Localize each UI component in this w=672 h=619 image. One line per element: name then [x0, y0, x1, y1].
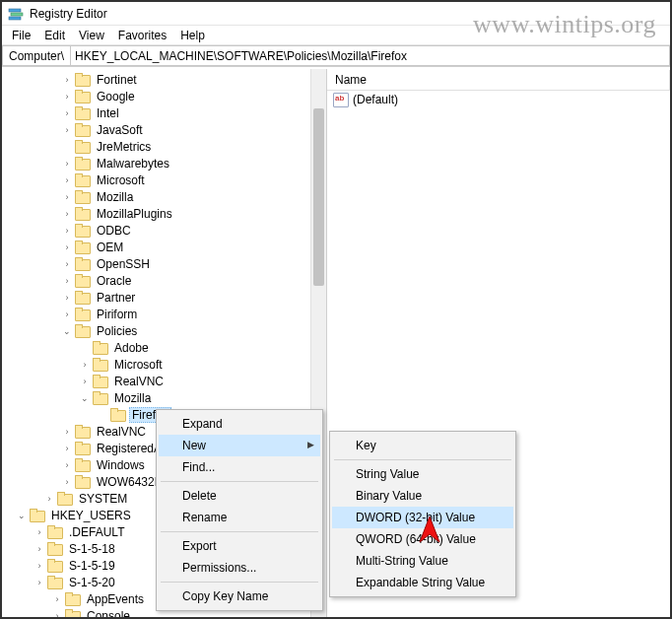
tree-node[interactable]: ›Partner — [2, 289, 310, 306]
chevron-right-icon[interactable]: › — [61, 92, 73, 102]
chevron-right-icon[interactable]: › — [34, 527, 45, 537]
ctx-delete[interactable]: Delete — [159, 485, 320, 507]
ctx-new-multistring[interactable]: Multi-String Value — [332, 550, 513, 572]
tree-node[interactable]: JreMetrics — [2, 138, 310, 155]
ctx-find[interactable]: Find... — [159, 456, 320, 478]
context-submenu-new: Key String Value Binary Value DWORD (32-… — [329, 431, 516, 597]
chevron-right-icon[interactable]: › — [61, 75, 73, 85]
tree-node[interactable]: ›MozillaPlugins — [2, 205, 310, 222]
folder-icon — [93, 341, 108, 354]
ctx-new-string[interactable]: String Value — [332, 463, 513, 485]
ctx-new-binary[interactable]: Binary Value — [332, 485, 513, 507]
tree-node[interactable]: ›Malwarebytes — [2, 155, 310, 172]
folder-icon — [47, 542, 63, 555]
tree-node[interactable]: ›OpenSSH — [2, 255, 310, 272]
tree-node[interactable]: ›Fortinet — [2, 71, 310, 88]
chevron-right-icon[interactable]: › — [51, 611, 63, 618]
ctx-new-key[interactable]: Key — [332, 435, 513, 456]
folder-icon — [47, 576, 63, 588]
menu-file[interactable]: File — [6, 27, 36, 44]
chevron-right-icon[interactable]: › — [61, 175, 73, 185]
tree-node-label: Intel — [94, 106, 122, 120]
chevron-right-icon[interactable]: › — [43, 494, 55, 504]
ctx-rename[interactable]: Rename — [159, 507, 320, 528]
chevron-right-icon[interactable]: › — [61, 427, 73, 437]
tree-node[interactable]: ⌄Mozilla — [2, 389, 310, 406]
folder-icon — [47, 559, 63, 572]
folder-icon — [75, 190, 91, 203]
menu-view[interactable]: View — [73, 27, 110, 44]
tree-node-label: Microsoft — [94, 173, 148, 187]
ctx-new-dword[interactable]: DWORD (32-bit) Value — [332, 507, 513, 528]
chevron-right-icon[interactable]: › — [34, 544, 45, 554]
list-row[interactable]: (Default) — [327, 91, 670, 108]
tree-node-label: RealVNC — [94, 425, 149, 439]
chevron-right-icon[interactable]: › — [61, 259, 73, 269]
column-name[interactable]: Name — [327, 70, 670, 90]
list-header: Name — [327, 69, 670, 91]
chevron-right-icon[interactable]: › — [61, 159, 73, 169]
ctx-permissions[interactable]: Permissions... — [159, 557, 320, 579]
ctx-new-qword[interactable]: QWORD (64-bit) Value — [332, 528, 513, 550]
tree-node[interactable]: ›ODBC — [2, 222, 310, 239]
ctx-separator — [161, 582, 318, 583]
tree-node[interactable]: ⌄Policies — [2, 322, 310, 339]
tree-node-label: .DEFAULT — [66, 525, 127, 539]
value-name: (Default) — [353, 93, 398, 106]
chevron-down-icon[interactable]: ⌄ — [79, 393, 91, 403]
chevron-right-icon[interactable]: › — [61, 477, 73, 487]
menu-favorites[interactable]: Favorites — [112, 27, 172, 44]
menu-edit[interactable]: Edit — [38, 27, 71, 44]
folder-icon — [75, 123, 91, 136]
chevron-right-icon[interactable]: › — [61, 293, 73, 303]
ctx-expand[interactable]: Expand — [159, 413, 320, 435]
tree-node-label: MozillaPlugins — [94, 207, 175, 221]
tree-node[interactable]: ›Google — [2, 88, 310, 104]
tree-node[interactable]: ›JavaSoft — [2, 121, 310, 138]
tree-node-label: Malwarebytes — [94, 157, 172, 171]
tree-node-label: Adobe — [111, 341, 152, 355]
chevron-right-icon[interactable]: › — [61, 192, 73, 202]
tree-node[interactable]: ›Intel — [2, 104, 310, 121]
tree-node[interactable]: ›Microsoft — [2, 172, 310, 188]
chevron-right-icon[interactable]: › — [61, 125, 73, 135]
chevron-right-icon[interactable]: › — [61, 226, 73, 236]
titlebar: Registry Editor — [2, 2, 670, 26]
tree-node[interactable]: ›RealVNC — [2, 373, 310, 389]
svg-rect-0 — [9, 9, 21, 12]
ctx-new-expandable[interactable]: Expandable String Value — [332, 572, 513, 593]
folder-icon — [75, 291, 91, 304]
tree-node[interactable]: ›OEM — [2, 239, 310, 255]
chevron-right-icon[interactable]: › — [61, 108, 73, 118]
ctx-new[interactable]: New ▶ — [159, 435, 320, 456]
chevron-right-icon[interactable]: › — [79, 360, 91, 370]
chevron-right-icon[interactable]: › — [61, 310, 73, 319]
chevron-right-icon[interactable]: › — [79, 377, 91, 386]
chevron-right-icon[interactable]: › — [34, 561, 45, 571]
menu-help[interactable]: Help — [174, 27, 211, 44]
chevron-right-icon[interactable]: › — [61, 460, 73, 470]
ctx-separator — [161, 481, 318, 482]
chevron-down-icon[interactable]: ⌄ — [16, 511, 28, 520]
scrollbar-thumb[interactable] — [313, 108, 324, 286]
tree-node[interactable]: ›Microsoft — [2, 356, 310, 373]
ctx-copy-key-name[interactable]: Copy Key Name — [159, 585, 320, 607]
chevron-right-icon[interactable]: › — [51, 594, 63, 604]
chevron-right-icon[interactable]: › — [61, 276, 73, 286]
ctx-export[interactable]: Export — [159, 535, 320, 557]
folder-icon — [75, 224, 91, 237]
chevron-right-icon[interactable]: › — [61, 444, 73, 453]
tree-node-label: Policies — [94, 324, 140, 338]
chevron-right-icon[interactable]: › — [61, 209, 73, 219]
tree-node[interactable]: ›Mozilla — [2, 188, 310, 205]
tree-node[interactable]: Adobe — [2, 339, 310, 356]
chevron-right-icon[interactable]: › — [34, 578, 45, 587]
chevron-right-icon[interactable]: › — [61, 242, 73, 252]
address-input[interactable] — [70, 45, 670, 66]
tree-node[interactable]: ›Oracle — [2, 272, 310, 289]
tree-node[interactable]: ›Piriform — [2, 306, 310, 322]
window-title: Registry Editor — [30, 7, 107, 21]
folder-icon — [75, 241, 91, 253]
folder-icon — [93, 375, 108, 387]
chevron-down-icon[interactable]: ⌄ — [61, 326, 73, 336]
